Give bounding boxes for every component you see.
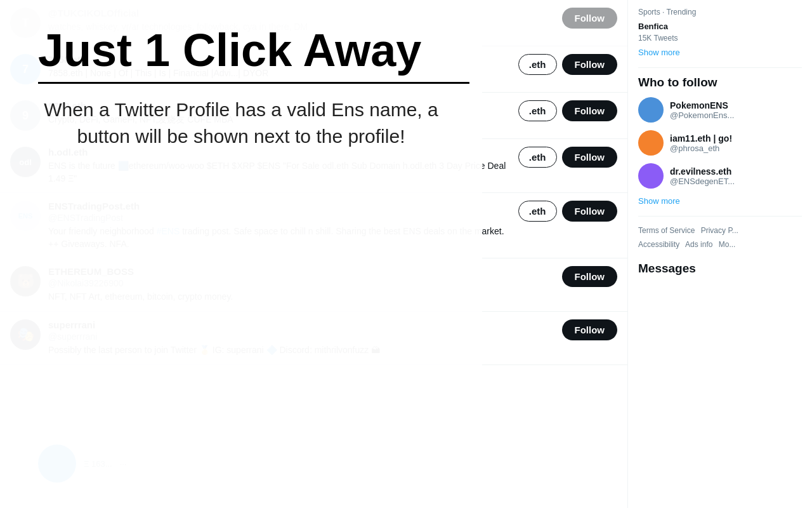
overlay-divider [38,82,469,84]
overlay-panel: Just 1 Click Away When a Twitter Profile… [0,0,482,508]
eth-button[interactable]: .eth [518,100,557,121]
wf-avatar [638,163,664,189]
wf-handle: @PokemonEns... [670,110,802,120]
wf-avatar [638,97,664,123]
profile-actions: Follow [562,319,618,340]
eth-button[interactable]: .eth [518,54,557,75]
footer-link-more[interactable]: Mo... [719,240,736,249]
profile-actions: Follow [562,266,618,287]
trending-name: Benfica [638,22,802,31]
messages-title: Messages [638,262,802,276]
show-more-trending[interactable]: Show more [638,48,802,57]
profile-actions: .eth Follow [518,100,617,121]
who-to-follow-section: Who to follow PokemonENS @PokemonEns... … [638,76,802,206]
wf-item: PokemonENS @PokemonEns... [638,97,802,123]
right-sidebar: Sports · Trending Benfica 15K Tweets Sho… [628,0,812,508]
follow-button[interactable]: Follow [562,266,618,287]
sidebar-divider [638,216,802,217]
wf-info: PokemonENS @PokemonEns... [670,100,802,120]
eth-button[interactable]: .eth [518,147,557,168]
profile-actions: .eth Follow [518,201,617,222]
wf-name: dr.evilness.eth [670,166,802,177]
wf-avatar [638,130,664,156]
trending-count: 15K Tweets [638,34,802,43]
follow-button[interactable]: Follow [562,319,618,340]
footer-link-accessibility[interactable]: Accessibility [638,240,679,249]
overlay-title: Just 1 Click Away [38,25,444,76]
show-more-follow[interactable]: Show more [638,196,802,206]
follow-button[interactable]: Follow [562,201,618,222]
overlay-description: When a Twitter Profile has a valid Ens n… [38,97,444,150]
sidebar-footer: Terms of Service Privacy P... Accessibil… [638,224,802,251]
profile-actions: Follow [562,8,618,29]
profile-actions: .eth Follow [518,54,617,75]
eth-button[interactable]: .eth [518,201,557,222]
follow-button[interactable]: Follow [562,100,618,121]
follow-button[interactable]: Follow [562,8,618,29]
wf-name: iam11.eth | go! [670,133,802,144]
wf-item: dr.evilness.eth @ENSdegenET... [638,163,802,189]
follow-button[interactable]: Follow [562,147,618,168]
wf-name: PokemonENS [670,100,802,110]
footer-link-tos[interactable]: Terms of Service [638,226,695,235]
sidebar-divider [638,67,802,68]
trending-category: Sports · Trending [638,8,802,17]
who-to-follow-title: Who to follow [638,76,802,90]
footer-links: Terms of Service Privacy P... Accessibil… [638,224,802,251]
wf-info: iam11.eth | go! @phrosa_eth [670,133,802,153]
trending-section: Sports · Trending Benfica 15K Tweets Sho… [638,8,802,57]
footer-link-ads[interactable]: Ads info [685,240,712,249]
wf-handle: @phrosa_eth [670,144,802,153]
wf-item: iam11.eth | go! @phrosa_eth [638,130,802,156]
follow-button[interactable]: Follow [562,54,618,75]
wf-handle: @ENSdegenET... [670,177,802,186]
profile-actions: .eth Follow [518,147,617,168]
wf-info: dr.evilness.eth @ENSdegenET... [670,166,802,186]
footer-link-privacy[interactable]: Privacy P... [701,226,738,235]
